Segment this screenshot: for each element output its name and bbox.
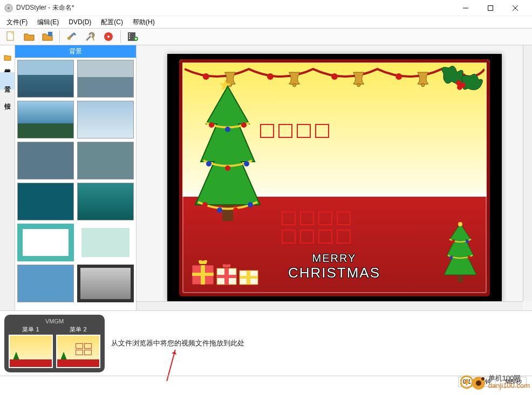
svg-point-19 — [421, 84, 424, 87]
svg-point-8 — [67, 37, 71, 40]
svg-point-31 — [241, 122, 247, 128]
holly-decoration — [433, 63, 487, 106]
menu-preview-canvas[interactable]: ★ — [167, 54, 502, 302]
folder-icon — [4, 54, 11, 61]
minimize-button[interactable] — [453, 0, 478, 16]
background-thumb[interactable] — [17, 265, 74, 302]
timeline-panel: VMGM 菜单 1 菜单 2 从文件浏览器中将您的视频文件拖放到此处 — [0, 311, 532, 376]
background-thumb[interactable] — [77, 183, 134, 220]
maximize-button[interactable] — [478, 0, 503, 16]
svg-point-20 — [202, 73, 209, 80]
svg-rect-39 — [458, 275, 463, 282]
background-thumb[interactable] — [17, 183, 74, 220]
tab-buttons[interactable]: 按钮 — [0, 89, 15, 107]
menu-thumb-label: 菜单 1 — [9, 325, 53, 334]
background-thumb[interactable] — [17, 142, 74, 179]
menu-thumb-2[interactable]: 菜单 2 — [56, 325, 100, 368]
save-button[interactable] — [40, 29, 55, 44]
svg-rect-7 — [48, 32, 52, 36]
svg-point-37 — [233, 207, 238, 213]
menu-thumb-1[interactable]: 菜单 1 — [9, 325, 53, 368]
toolbar — [0, 28, 532, 45]
toolbar-separator — [59, 30, 60, 43]
titlebar: DVDStyler - 未命名* — [0, 0, 532, 16]
watermark-text-1: 单机100网 — [488, 375, 530, 382]
tab-background[interactable]: 背景 — [0, 72, 15, 89]
side-tabs: 文件浏览器 背景 按钮 — [0, 45, 15, 310]
menu-dvd[interactable]: DVD(D) — [65, 17, 94, 27]
main-area: 文件浏览器 背景 按钮 背景 — [0, 45, 532, 311]
watermark-text-2: danji100.com — [488, 382, 530, 390]
svg-point-44 — [468, 256, 471, 259]
svg-point-22 — [331, 73, 338, 80]
svg-point-21 — [267, 73, 273, 80]
christmas-tree-small — [441, 221, 479, 286]
merry-christmas-text: MERRY CHRISTMAS — [288, 252, 380, 281]
menu-help[interactable]: 帮助(H) — [129, 17, 158, 28]
background-thumb[interactable] — [77, 224, 134, 261]
background-thumb[interactable] — [17, 224, 74, 261]
svg-point-10 — [107, 36, 110, 38]
svg-point-17 — [292, 84, 296, 87]
svg-point-59 — [481, 377, 485, 380]
watermark-logo: 单机100网 danji100.com — [460, 373, 530, 391]
background-thumb[interactable] — [77, 60, 134, 98]
settings-button[interactable] — [64, 29, 79, 44]
drop-hint-text: 从文件浏览器中将您的视频文件拖放到此处 — [111, 338, 244, 348]
svg-point-40 — [458, 222, 462, 226]
tab-file-browser[interactable]: 文件浏览器 — [0, 45, 15, 72]
svg-point-35 — [202, 202, 208, 207]
svg-point-58 — [476, 380, 481, 386]
menu-config[interactable]: 配置(C) — [98, 17, 126, 28]
background-scroll[interactable] — [15, 58, 136, 310]
menu-placeholder-row[interactable] — [282, 230, 351, 244]
christmas-tree-large — [190, 81, 265, 248]
svg-point-38 — [248, 202, 253, 207]
svg-point-27 — [457, 85, 462, 90]
vmgm-label: VMGM — [9, 318, 100, 324]
open-button[interactable] — [22, 29, 37, 44]
svg-rect-28 — [222, 205, 233, 221]
toolbar-separator — [120, 30, 121, 43]
app-icon — [4, 4, 13, 12]
svg-point-43 — [449, 256, 453, 259]
svg-point-18 — [357, 84, 360, 87]
background-panel: 背景 — [15, 45, 137, 310]
watermark-icon — [460, 373, 486, 391]
background-panel-header: 背景 — [15, 45, 136, 58]
svg-rect-13 — [129, 36, 130, 37]
svg-point-23 — [395, 73, 402, 80]
menubar: 文件(F) 编辑(E) DVD(D) 配置(C) 帮助(H) — [0, 16, 532, 28]
vmgm-container: VMGM 菜单 1 菜单 2 — [4, 315, 105, 372]
svg-point-36 — [217, 207, 222, 213]
background-thumb[interactable] — [17, 60, 74, 98]
menu-placeholder-row[interactable] — [282, 211, 351, 225]
svg-rect-3 — [488, 5, 493, 10]
menu-file[interactable]: 文件(F) — [3, 17, 31, 28]
svg-point-41 — [452, 240, 455, 243]
background-thumb[interactable] — [17, 101, 74, 138]
background-thumb[interactable] — [77, 101, 134, 138]
svg-point-33 — [225, 165, 230, 171]
svg-rect-14 — [129, 38, 130, 39]
svg-point-1 — [8, 7, 10, 9]
background-thumb[interactable] — [77, 142, 134, 179]
statusbar: 0/136 分钟 MB/秒 — [0, 376, 532, 387]
menu-placeholder-row[interactable] — [260, 124, 329, 138]
preview-scrollbar-horizontal[interactable] — [137, 301, 523, 310]
svg-point-32 — [206, 161, 212, 167]
svg-rect-47 — [192, 273, 214, 276]
new-button[interactable] — [3, 29, 18, 44]
svg-rect-53 — [240, 276, 258, 279]
preview-scrollbar-vertical[interactable] — [523, 45, 532, 301]
burn-button[interactable] — [101, 29, 116, 44]
background-thumb[interactable] — [77, 265, 134, 302]
add-video-button[interactable] — [125, 29, 140, 44]
svg-point-34 — [244, 161, 249, 167]
svg-point-30 — [225, 127, 230, 132]
close-button[interactable] — [503, 0, 528, 16]
preview-panel: ★ — [137, 45, 532, 310]
tools-button[interactable] — [83, 29, 98, 44]
menu-edit[interactable]: 编辑(E) — [34, 17, 62, 28]
menu-thumb-label: 菜单 2 — [56, 325, 100, 334]
